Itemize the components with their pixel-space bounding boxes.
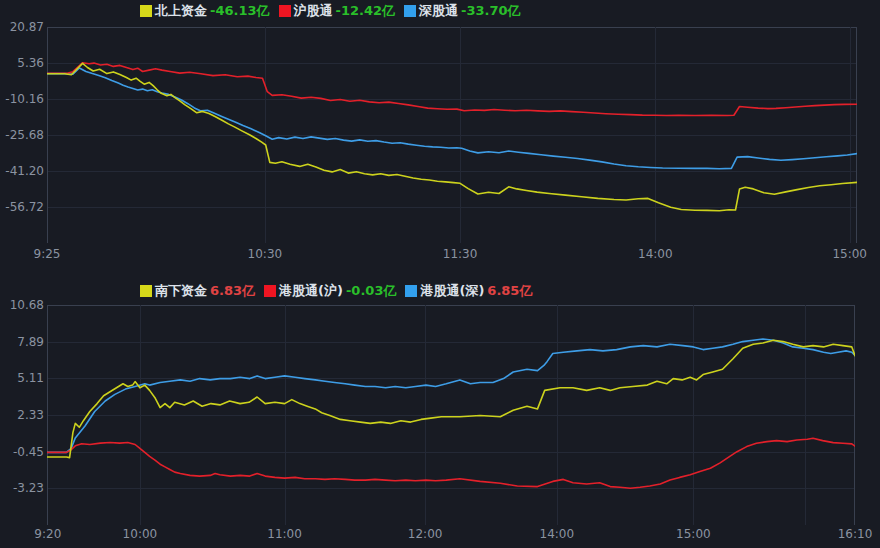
x-tick-label: 11:00	[267, 527, 302, 541]
x-tick-label: 11:30	[443, 247, 478, 261]
y-tick-label: -10.16	[0, 92, 44, 106]
series-swatch-icon	[279, 5, 291, 17]
northbound-legend: 北上资金-46.13亿沪股通-12.42亿深股通-33.70亿	[140, 3, 521, 19]
series-swatch-icon	[264, 285, 276, 297]
x-tick-label: 12:00	[408, 527, 443, 541]
series-value: -33.70亿	[461, 2, 521, 20]
x-tick-label: 10:30	[248, 247, 283, 261]
y-tick-label: 5.36	[0, 56, 44, 70]
series-name: 港股通(沪)	[279, 282, 343, 300]
series-value: -46.13亿	[210, 2, 270, 20]
y-tick-label: 7.89	[0, 335, 44, 349]
series-line	[47, 68, 857, 169]
capital-flow-panel: 北上资金-46.13亿沪股通-12.42亿深股通-33.70亿 20.875.3…	[0, 0, 880, 548]
y-tick-label: 2.33	[0, 408, 44, 422]
southbound-plot-area[interactable]	[47, 305, 855, 525]
series-line	[47, 340, 855, 457]
chart-canvas[interactable]	[47, 305, 855, 525]
y-tick-label: -41.20	[0, 164, 44, 178]
series-value: 6.83亿	[210, 282, 255, 300]
series-value: -0.03亿	[346, 282, 396, 300]
series-name: 港股通(深)	[420, 282, 484, 300]
series-value: -12.42亿	[336, 2, 396, 20]
x-tick-label: 15:00	[676, 527, 711, 541]
series-line	[47, 63, 857, 116]
x-tick-label: 9:25	[34, 247, 61, 261]
legend-item: 沪股通-12.42亿	[279, 2, 396, 20]
series-name: 深股通	[419, 2, 458, 20]
series-swatch-icon	[404, 5, 416, 17]
northbound-plot-area[interactable]	[47, 27, 857, 243]
legend-item: 港股通(沪)-0.03亿	[264, 282, 396, 300]
series-swatch-icon	[140, 285, 152, 297]
y-tick-label: 20.87	[0, 20, 44, 34]
series-name: 北上资金	[155, 2, 207, 20]
y-tick-label: -3.23	[0, 481, 44, 495]
y-tick-label: -25.68	[0, 128, 44, 142]
legend-item: 北上资金-46.13亿	[140, 2, 270, 20]
x-tick-label: 9:20	[34, 527, 61, 541]
series-value: 6.85亿	[487, 282, 532, 300]
y-tick-label: 5.11	[0, 371, 44, 385]
southbound-legend: 南下资金6.83亿港股通(沪)-0.03亿港股通(深)6.85亿	[140, 283, 532, 299]
series-line	[47, 438, 855, 488]
y-tick-label: -0.45	[0, 445, 44, 459]
x-tick-label: 16:10	[838, 527, 873, 541]
x-tick-label: 14:00	[540, 527, 575, 541]
legend-item: 港股通(深)6.85亿	[405, 282, 532, 300]
series-name: 沪股通	[294, 2, 333, 20]
chart-canvas[interactable]	[47, 27, 857, 243]
y-tick-label: -56.72	[0, 200, 44, 214]
x-tick-label: 10:00	[123, 527, 158, 541]
legend-item: 深股通-33.70亿	[404, 2, 521, 20]
x-tick-label: 14:00	[638, 247, 673, 261]
x-tick-label: 15:00	[832, 247, 867, 261]
series-swatch-icon	[140, 5, 152, 17]
y-tick-label: 10.68	[0, 298, 44, 312]
series-line	[47, 63, 857, 210]
legend-item: 南下资金6.83亿	[140, 282, 255, 300]
series-line	[47, 339, 855, 452]
series-swatch-icon	[405, 285, 417, 297]
series-name: 南下资金	[155, 282, 207, 300]
